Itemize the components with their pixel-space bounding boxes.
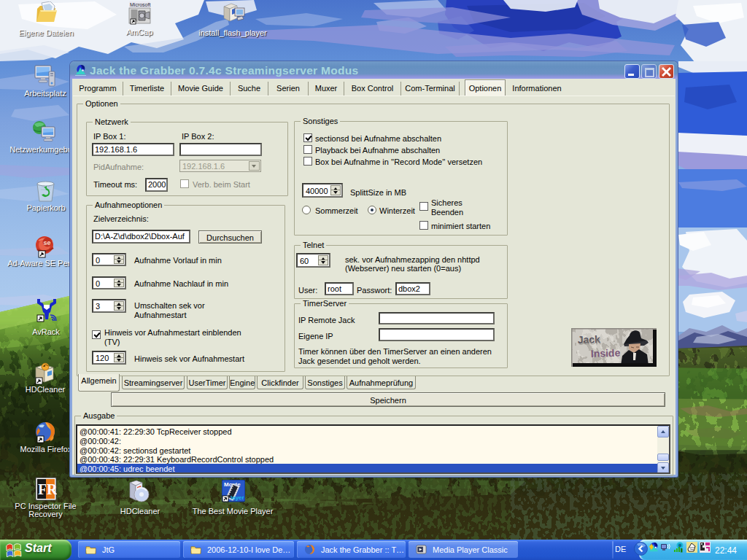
svg-text:F: F (38, 481, 47, 497)
svg-text:Jack: Jack (578, 335, 602, 347)
svg-text:layer: layer (231, 494, 244, 501)
svg-text:Microsoft: Microsoft (130, 2, 150, 7)
svg-text:Inside: Inside (591, 347, 621, 359)
svg-text:se: se (44, 239, 51, 246)
svg-text:R: R (47, 481, 57, 497)
